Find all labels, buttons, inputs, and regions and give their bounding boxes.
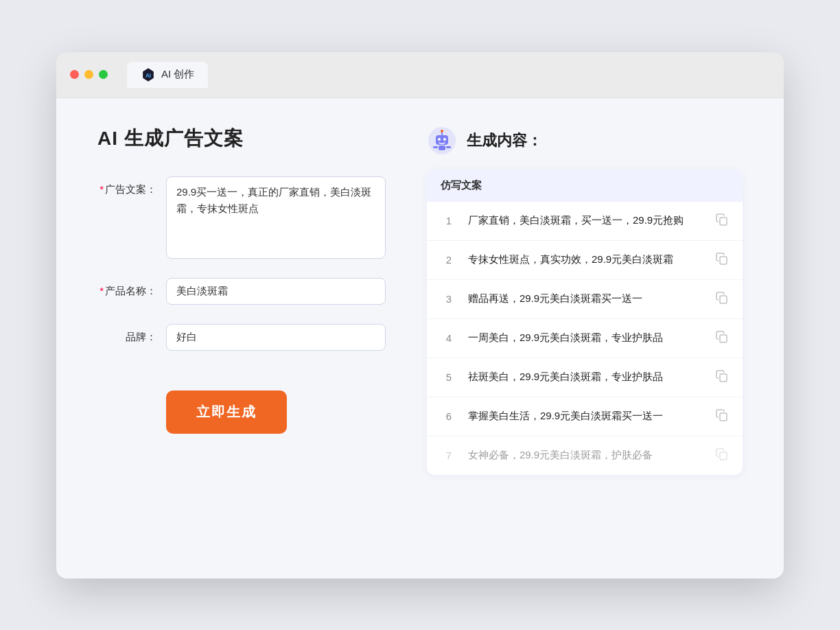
row-number: 7 <box>441 450 457 461</box>
close-button[interactable] <box>70 70 79 79</box>
browser-content: AI 生成广告文案 *广告文案： 29.9买一送一，真正的厂家直销，美白淡斑霜，… <box>56 98 784 579</box>
svg-rect-14 <box>720 335 727 342</box>
row-number: 1 <box>441 215 457 226</box>
main-layout: AI 生成广告文案 *广告文案： 29.9买一送一，真正的厂家直销，美白淡斑霜，… <box>97 126 743 475</box>
copy-button[interactable] <box>715 447 729 464</box>
traffic-lights <box>70 70 108 79</box>
left-panel: AI 生成广告文案 *广告文案： 29.9买一送一，真正的厂家直销，美白淡斑霜，… <box>97 126 386 475</box>
svg-point-5 <box>441 130 443 132</box>
svg-rect-12 <box>720 257 727 264</box>
result-row: 7女神必备，29.9元美白淡斑霜，护肤必备 <box>427 436 743 475</box>
maximize-button[interactable] <box>99 70 108 79</box>
svg-rect-16 <box>720 413 727 421</box>
row-text: 专抹女性斑点，真实功效，29.9元美白淡斑霜 <box>468 252 704 268</box>
product-name-label: *产品名称： <box>97 278 166 298</box>
svg-text:AI: AI <box>145 72 151 78</box>
svg-rect-17 <box>720 452 727 460</box>
svg-rect-10 <box>446 146 451 148</box>
row-text: 女神必备，29.9元美白淡斑霜，护肤必备 <box>468 447 704 463</box>
result-title: 生成内容： <box>467 130 542 151</box>
result-row: 5祛斑美白，29.9元美白淡斑霜，专业护肤品 <box>427 358 743 397</box>
brand-input[interactable]: 好白 <box>166 324 386 351</box>
svg-rect-8 <box>439 145 445 150</box>
tab-label: AI 创作 <box>161 68 194 81</box>
row-number: 6 <box>441 410 457 422</box>
product-name-input[interactable]: 美白淡斑霜 <box>166 278 386 305</box>
required-star-product: * <box>100 285 104 296</box>
page-title: AI 生成广告文案 <box>97 126 386 152</box>
svg-rect-11 <box>720 218 727 225</box>
ad-copy-input[interactable]: 29.9买一送一，真正的厂家直销，美白淡斑霜，专抹女性斑点 <box>166 176 386 259</box>
copy-button[interactable] <box>715 213 729 229</box>
row-text: 赠品再送，29.9元美白淡斑霜买一送一 <box>468 291 704 307</box>
ad-copy-label: *广告文案： <box>97 176 166 196</box>
required-star-ad: * <box>100 183 104 195</box>
robot-icon <box>427 126 457 156</box>
ai-tab-icon: AI <box>141 67 156 82</box>
right-panel: 生成内容： 仿写文案 1厂家直销，美白淡斑霜，买一送一，29.9元抢购 2专抹女… <box>427 126 743 475</box>
browser-tab[interactable]: AI AI 创作 <box>127 62 208 88</box>
svg-rect-15 <box>720 374 727 382</box>
form-group-product-name: *产品名称： 美白淡斑霜 <box>97 278 386 305</box>
copy-button[interactable] <box>715 408 729 425</box>
copy-button[interactable] <box>715 330 729 347</box>
svg-rect-13 <box>720 296 727 303</box>
copy-button[interactable] <box>715 291 729 307</box>
result-row: 4一周美白，29.9元美白淡斑霜，专业护肤品 <box>427 319 743 358</box>
result-row: 3赠品再送，29.9元美白淡斑霜买一送一 <box>427 280 743 319</box>
copy-button[interactable] <box>715 369 729 386</box>
copy-button[interactable] <box>715 252 729 268</box>
svg-point-6 <box>438 138 441 141</box>
form-group-ad-copy: *广告文案： 29.9买一送一，真正的厂家直销，美白淡斑霜，专抹女性斑点 <box>97 176 386 259</box>
result-table: 仿写文案 1厂家直销，美白淡斑霜，买一送一，29.9元抢购 2专抹女性斑点，真实… <box>427 170 743 475</box>
brand-label: 品牌： <box>97 324 166 344</box>
form-group-brand: 品牌： 好白 <box>97 324 386 351</box>
result-header: 生成内容： <box>427 126 743 156</box>
svg-point-7 <box>443 138 446 141</box>
row-number: 5 <box>441 371 457 383</box>
row-text: 厂家直销，美白淡斑霜，买一送一，29.9元抢购 <box>468 213 704 229</box>
result-row: 2专抹女性斑点，真实功效，29.9元美白淡斑霜 <box>427 241 743 280</box>
minimize-button[interactable] <box>84 70 93 79</box>
row-text: 掌握美白生活，29.9元美白淡斑霜买一送一 <box>468 408 704 424</box>
row-number: 2 <box>441 254 457 266</box>
browser-window: AI AI 创作 AI 生成广告文案 *广告文案： 29.9买一送一，真正的厂家… <box>56 52 784 579</box>
row-number: 4 <box>441 332 457 344</box>
result-row: 1厂家直销，美白淡斑霜，买一送一，29.9元抢购 <box>427 202 743 241</box>
row-text: 一周美白，29.9元美白淡斑霜，专业护肤品 <box>468 330 704 346</box>
result-row: 6掌握美白生活，29.9元美白淡斑霜买一送一 <box>427 397 743 436</box>
browser-titlebar: AI AI 创作 <box>56 52 784 98</box>
result-table-header: 仿写文案 <box>427 170 743 202</box>
svg-rect-9 <box>433 146 438 148</box>
submit-button[interactable]: 立即生成 <box>166 390 287 434</box>
row-text: 祛斑美白，29.9元美白淡斑霜，专业护肤品 <box>468 369 704 385</box>
results-list: 1厂家直销，美白淡斑霜，买一送一，29.9元抢购 2专抹女性斑点，真实功效，29… <box>427 202 743 475</box>
row-number: 3 <box>441 293 457 305</box>
